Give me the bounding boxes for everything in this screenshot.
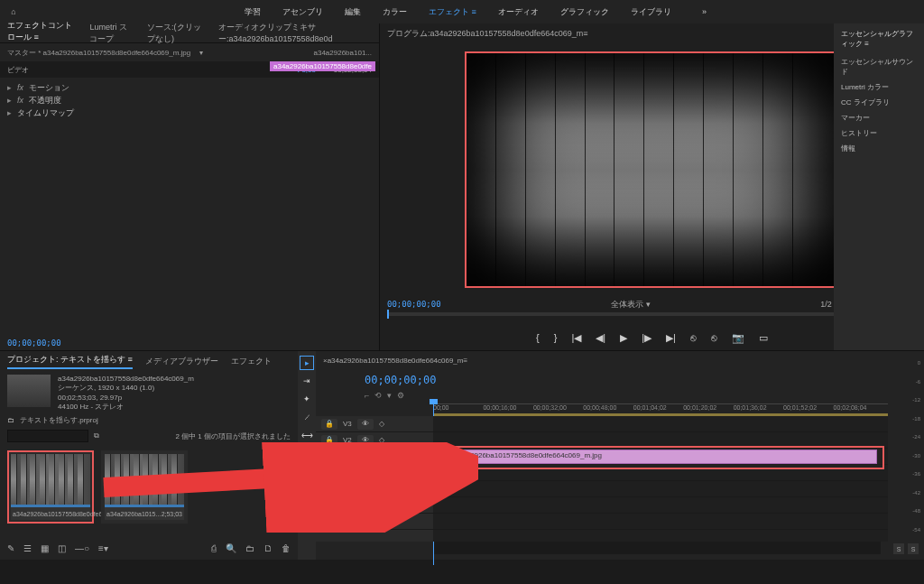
ess-cc[interactable]: CC ライブラリ xyxy=(841,95,917,110)
ws-learn[interactable]: 学習 xyxy=(245,6,261,18)
fx-video-label: ビデオ xyxy=(7,65,29,75)
fx-seq-label: a34a2926ba101... xyxy=(313,49,372,57)
fx-time-remap[interactable]: タイムリマップ xyxy=(17,107,74,119)
track-a1[interactable]: A1 xyxy=(343,468,359,478)
selection-tool-icon[interactable]: ▸ xyxy=(300,357,313,369)
ess-marker[interactable]: マーカー xyxy=(841,110,917,125)
tab-project[interactable]: プロジェクト: テキストを揺らす ≡ xyxy=(7,354,133,369)
icon-view-icon[interactable]: ▦ xyxy=(41,543,49,553)
essential-graphics-panel: エッセンシャルグラフィック ≡ エッセンシャルサウンド Lumetri カラー … xyxy=(834,23,924,350)
ws-overflow-icon[interactable]: » xyxy=(702,7,707,16)
step-back-icon[interactable]: ◀| xyxy=(596,332,605,344)
tab-fx-controls[interactable]: エフェクトコントロール ≡ xyxy=(7,20,77,47)
program-monitor[interactable] xyxy=(465,51,839,288)
extract-icon[interactable]: ⎋ xyxy=(711,332,717,343)
slip-tool-icon[interactable]: ⟷ xyxy=(300,429,313,441)
track-v1[interactable]: V1 xyxy=(343,451,359,462)
ws-edit[interactable]: 編集 xyxy=(345,6,361,18)
bin-icon[interactable]: 🗀 xyxy=(7,416,14,424)
proj-preview-thumb xyxy=(7,375,51,407)
audio-meters: 0-6-12-18-24-30-36-42-48-54 SS xyxy=(888,351,924,560)
ess-info[interactable]: 情報 xyxy=(841,141,917,156)
timeline-clip[interactable]: ▦ a34a2926ba10157558d8e0dfe664c069_m.jpg xyxy=(440,450,877,464)
ess-history[interactable]: ヒストリー xyxy=(841,125,917,141)
filter-icon[interactable]: ⧉ xyxy=(94,431,99,440)
solo-right[interactable]: S xyxy=(908,543,919,554)
auto-seq-icon[interactable]: ⎙ xyxy=(211,543,217,553)
lift-icon[interactable]: ⎋ xyxy=(690,332,697,343)
mark-out-icon[interactable]: } xyxy=(554,332,558,343)
timeline-seq-name[interactable]: a34a2926ba10157558d8e0dfe664c069_m xyxy=(328,357,464,365)
tab-lumetri-scopes[interactable]: Lumetri スコープ xyxy=(89,22,134,45)
track-v3[interactable]: V3 xyxy=(343,420,352,428)
go-out-icon[interactable]: ▶| xyxy=(666,332,676,344)
marker-icon2[interactable]: ▾ xyxy=(387,391,392,403)
program-label: プログラム: xyxy=(387,28,430,40)
thumb-2[interactable]: a34a2926ba1015...2;53;03 xyxy=(101,450,188,524)
essential-title[interactable]: エッセンシャルグラフィック ≡ xyxy=(841,29,917,49)
bin-name[interactable]: テキストを揺らす.prproj xyxy=(20,415,98,425)
ws-audio[interactable]: オーディオ xyxy=(498,6,539,18)
program-tc-left[interactable]: 00;00;00;00 xyxy=(387,300,441,309)
razor-tool-icon[interactable]: ⟋ xyxy=(300,411,313,423)
thumb-1[interactable]: a34a2926ba10157558d8e0dfe6...4;29 xyxy=(7,450,94,524)
track-master[interactable]: マスター xyxy=(343,516,372,526)
pen-tool-icon[interactable]: ✎ xyxy=(300,447,313,459)
zoom-slider[interactable]: —○ xyxy=(75,543,89,553)
workspace-tabs: 学習 アセンブリ 編集 カラー エフェクト ≡ オーディオ グラフィック ライブ… xyxy=(27,0,924,23)
solo-left[interactable]: S xyxy=(893,543,904,554)
ess-sound[interactable]: エッセンシャルサウンド xyxy=(841,54,917,79)
hand-tool-icon[interactable]: ✋ xyxy=(300,465,313,477)
pen-icon[interactable]: ✎ xyxy=(7,543,14,553)
ws-color[interactable]: カラー xyxy=(383,6,407,18)
fx-master-label: マスター * a34a2926ba10157558d8e0dfe664c069_… xyxy=(7,48,190,58)
track-select-tool-icon[interactable]: ⇥ xyxy=(300,375,313,387)
fx-opacity[interactable]: 不透明度 xyxy=(29,95,61,107)
fx-clip-tag: a34a2926ba10157558d8e0dfe xyxy=(270,61,375,71)
program-fit[interactable]: 全体表示 ▾ xyxy=(611,299,651,311)
new-bin-icon[interactable]: 🗀 xyxy=(245,543,254,553)
tab-effects[interactable]: エフェクト xyxy=(231,356,272,367)
sort-icon[interactable]: ≡▾ xyxy=(98,543,108,553)
ess-lumetri[interactable]: Lumetri カラー xyxy=(841,79,917,95)
ws-assembly[interactable]: アセンブリ xyxy=(282,6,323,18)
list-view-icon[interactable]: ☰ xyxy=(23,543,32,553)
track-v2[interactable]: V2 xyxy=(343,436,352,444)
find-icon[interactable]: 🔍 xyxy=(226,543,236,553)
program-name: a34a2926ba10157558d8e0dfe664c069_m xyxy=(430,29,584,38)
freeform-icon[interactable]: ◫ xyxy=(58,543,66,553)
new-item-icon[interactable]: 🗋 xyxy=(263,543,273,553)
trash-icon[interactable]: 🗑 xyxy=(282,543,291,553)
tab-audio-clip-mixer[interactable]: オーディオクリップミキサー:a34a2926ba10157558d8e0d xyxy=(218,22,372,45)
ws-library[interactable]: ライブラリ xyxy=(631,6,671,18)
type-tool-icon[interactable]: T xyxy=(300,483,313,496)
tab-media-browser[interactable]: メディアブラウザー xyxy=(145,356,218,367)
compare-icon[interactable]: ▭ xyxy=(759,332,768,344)
ripple-tool-icon[interactable]: ✦ xyxy=(300,393,313,405)
fx-bottom-tc: 00;00;00;00 xyxy=(0,338,61,348)
export-frame-icon[interactable]: 📷 xyxy=(732,332,744,344)
go-in-icon[interactable]: |◀ xyxy=(571,332,581,344)
step-fwd-icon[interactable]: |▶ xyxy=(642,332,651,344)
program-playhead[interactable] xyxy=(387,310,389,319)
selection-status: 2 個中 1 個の項目が選択されました xyxy=(175,431,291,441)
play-icon[interactable]: ▶ xyxy=(620,332,627,344)
timeline-scrollbar[interactable] xyxy=(433,542,881,554)
link-icon[interactable]: ⟲ xyxy=(374,391,382,403)
search-input[interactable] xyxy=(7,430,88,442)
ws-graphics[interactable]: グラフィック xyxy=(560,6,609,18)
track-a3[interactable]: A3 xyxy=(343,501,352,509)
track-a2[interactable]: A2 xyxy=(343,485,352,493)
snap-icon[interactable]: ⌐ xyxy=(365,391,369,403)
tab-source[interactable]: ソース:(クリップなし) xyxy=(147,22,206,45)
timeline-ruler[interactable]: 00;00 00;00;16;00 00;00;32;00 00;00;48;0… xyxy=(433,403,888,416)
settings-icon[interactable]: ⚙ xyxy=(397,391,404,403)
ws-effects[interactable]: エフェクト ≡ xyxy=(429,6,476,18)
proj-meta: a34a2926ba10157558d8e0dfe664c069_m シーケンス… xyxy=(58,375,194,409)
fx-motion[interactable]: モーション xyxy=(29,82,69,94)
mark-in-icon[interactable]: { xyxy=(536,332,540,343)
timeline-tc[interactable]: 00;00;00;00 xyxy=(316,369,888,391)
